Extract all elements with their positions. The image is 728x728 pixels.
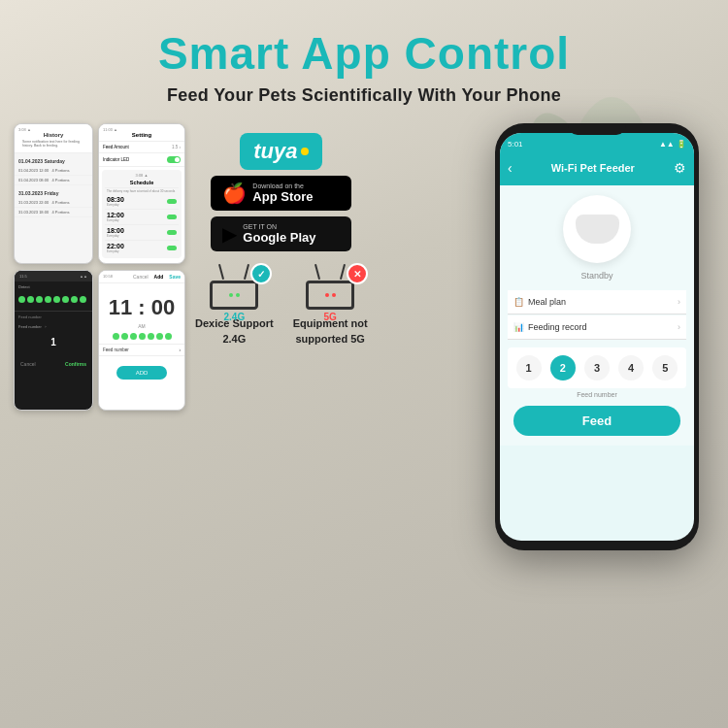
sub-title: Feed Your Pets Scientifically With Your … xyxy=(0,85,728,106)
support-sub-24g: 2.4G xyxy=(222,333,246,345)
router-led-green xyxy=(229,293,233,297)
meal-plan-item[interactable]: 📋 Meal plan › xyxy=(508,290,686,314)
support-sub-5g: supported 5G xyxy=(295,333,365,345)
header: Smart App Control Feed Your Pets Scienti… xyxy=(0,0,728,106)
app-title: Wi-Fi Pet Feeder xyxy=(551,162,635,174)
freq-label-5g: 5G xyxy=(296,312,364,322)
feed-button[interactable]: Feed xyxy=(513,406,680,436)
add-dot-6 xyxy=(156,333,163,340)
router-led-red xyxy=(325,293,329,297)
screenshots-bottom-row: 11:5 ▲▲ Detect Feed number Feed xyxy=(14,270,185,411)
antenna-right-5g xyxy=(340,264,346,280)
dot-8 xyxy=(80,296,86,303)
history-screen: 3:08 ▲ History Some notification text he… xyxy=(14,123,93,264)
dot-3 xyxy=(36,296,43,303)
add-dot-1 xyxy=(113,333,119,340)
app-store-badge[interactable]: 🍎 Download on the App Store xyxy=(211,176,351,211)
device-visual xyxy=(576,215,619,244)
am-label: AM xyxy=(103,323,181,329)
dot-2 xyxy=(27,296,34,303)
add-dots xyxy=(103,333,181,340)
setting-screen: 11:00 ▲ Setting Feed Amount 1.5 › Indica… xyxy=(98,123,185,264)
phone-notch xyxy=(568,123,626,135)
main-title: Smart App Control xyxy=(0,27,728,80)
add-button[interactable]: ADD xyxy=(116,366,168,380)
setting-header: 11:00 ▲ Setting xyxy=(99,124,184,142)
dot-row xyxy=(15,292,92,307)
router-led-green2 xyxy=(236,293,240,297)
support-section: ✓ 2.4G Dexice Support 2.4G xyxy=(195,265,368,345)
support-check-badge: ✓ xyxy=(250,263,272,284)
dark-dots-screen: 11:5 ▲▲ Detect Feed number Feed xyxy=(14,270,93,411)
dot-4 xyxy=(45,296,51,303)
main-content: 3:08 ▲ History Some notification text he… xyxy=(0,106,728,570)
history-item-1: 01.04.2023 12:00 4 Portions xyxy=(15,166,92,176)
apple-icon: 🍎 xyxy=(222,182,247,205)
history-item-4: 31.03.2023 18:00 4 Portions xyxy=(15,208,92,217)
history-header: 3:08 ▲ History Some notification text he… xyxy=(15,124,92,153)
num-2[interactable]: 2 xyxy=(550,355,576,381)
app-store-text: Download on the App Store xyxy=(252,182,313,204)
x-icon: ✕ xyxy=(353,269,361,280)
time-display: 11 : 00 xyxy=(103,287,181,323)
num-3[interactable]: 3 xyxy=(584,355,610,381)
history-date-2: 31.03.2023 Friday xyxy=(15,188,92,198)
google-play-badge[interactable]: ▶ GET IT ON Google Play xyxy=(211,216,351,251)
phone-frame: 5:01 ▲▲ 🔋 ‹ Wi-Fi Pet Feeder ⚙ S xyxy=(495,123,699,550)
phone-screen: 5:01 ▲▲ 🔋 ‹ Wi-Fi Pet Feeder ⚙ S xyxy=(500,133,694,541)
not-supported-badge: ✕ xyxy=(347,263,368,284)
led-toggle[interactable] xyxy=(167,156,181,163)
feeding-record-item[interactable]: 📊 Feeding record › xyxy=(508,315,686,340)
history-item-3: 31.03.2023 22:00 4 Portions xyxy=(15,198,92,208)
dot-1 xyxy=(18,296,25,303)
antenna-left xyxy=(218,264,224,280)
feeding-record-arrow: › xyxy=(678,322,680,332)
device-circle xyxy=(563,195,631,263)
back-button[interactable]: ‹ xyxy=(508,160,513,176)
add-dot-2 xyxy=(121,333,128,340)
history-item-2: 01.04.2023 08:00 4 Portions xyxy=(15,176,92,185)
router-5g-icon: ✕ 5G xyxy=(296,265,364,314)
add-dot-4 xyxy=(139,333,146,340)
antenna-left-5g xyxy=(314,264,320,280)
tuya-logo: tuya xyxy=(240,133,322,170)
antenna-right xyxy=(244,264,249,280)
screenshots-top-row: 3:08 ▲ History Some notification text he… xyxy=(14,123,185,264)
add-dot-5 xyxy=(148,333,154,340)
num-4[interactable]: 4 xyxy=(618,355,644,381)
setting-feed-amount: Feed Amount 1.5 › xyxy=(99,142,184,153)
dot-7 xyxy=(71,296,78,303)
num-1[interactable]: 1 xyxy=(516,355,542,381)
number-selector: 1 2 3 4 5 xyxy=(508,347,686,388)
add-header: 10:58 Cancel Add Save xyxy=(99,271,184,283)
google-play-text: GET IT ON Google Play xyxy=(243,223,315,245)
history-date-1: 01.04.2023 Saturday xyxy=(15,156,92,166)
freq-label-24g: 2.4G xyxy=(200,312,268,322)
status-time: 5:01 xyxy=(508,140,523,149)
status-bar: 5:01 ▲▲ 🔋 xyxy=(500,133,694,154)
feeding-record-label: Feeding record xyxy=(528,322,587,332)
tuya-dot xyxy=(301,148,309,155)
screenshots-column: 3:08 ▲ History Some notification text he… xyxy=(14,123,185,411)
app-header: ‹ Wi-Fi Pet Feeder ⚙ xyxy=(500,154,694,185)
router-led-red2 xyxy=(332,293,336,297)
meal-plan-label: Meal plan xyxy=(528,297,566,307)
settings-icon[interactable]: ⚙ xyxy=(674,160,686,176)
check-icon: ✓ xyxy=(257,269,265,280)
standby-text: Standby xyxy=(508,271,686,281)
schedule-preview: 3:08 ▲ Schedule The delivery may have at… xyxy=(102,170,182,258)
status-icons: ▲▲ 🔋 xyxy=(659,140,686,149)
dot-5 xyxy=(53,296,60,303)
app-main: Standby 📋 Meal plan › 📊 Feeding reco xyxy=(500,185,694,446)
support-5g: ✕ 5G Equipment not supported 5G xyxy=(293,265,368,345)
add-dot-7 xyxy=(165,333,172,340)
meal-plan-icon: 📋 xyxy=(513,297,524,307)
setting-led: Indicator LED xyxy=(99,153,184,167)
num-5[interactable]: 5 xyxy=(652,355,678,381)
setting-title: Setting xyxy=(103,132,181,138)
tuya-text: tuya xyxy=(253,139,297,164)
feeding-record-icon: 📊 xyxy=(513,322,524,332)
center-column: tuya 🍎 Download on the App Store ▶ GET I… xyxy=(195,123,368,345)
google-play-icon: ▶ xyxy=(222,222,237,246)
dot-6 xyxy=(62,296,69,303)
